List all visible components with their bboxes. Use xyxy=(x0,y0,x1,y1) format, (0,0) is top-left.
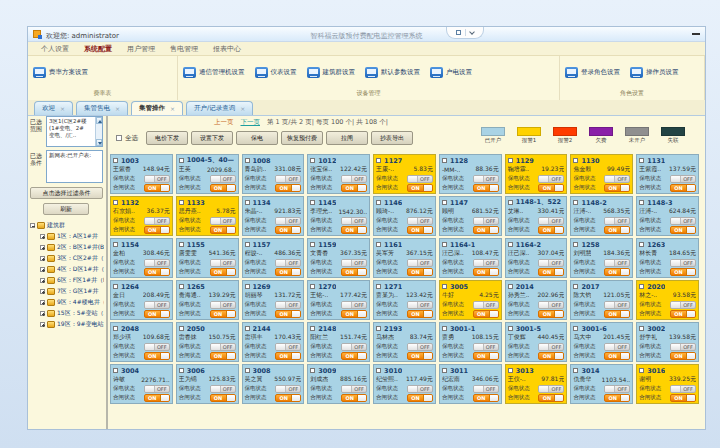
card-checkbox[interactable] xyxy=(508,242,513,247)
power-protect-toggle[interactable]: OFF xyxy=(670,259,696,267)
close-icon[interactable]: × xyxy=(240,105,245,112)
card-checkbox[interactable] xyxy=(376,242,381,247)
card-checkbox[interactable] xyxy=(639,368,644,373)
expand-icon[interactable] xyxy=(40,322,45,327)
power-protect-toggle[interactable]: OFF xyxy=(473,343,499,351)
card-checkbox[interactable] xyxy=(376,158,381,163)
card-checkbox[interactable] xyxy=(639,200,644,205)
switch-state-toggle[interactable]: ON xyxy=(275,268,301,276)
switch-state-toggle[interactable]: ON xyxy=(407,184,433,192)
card-checkbox[interactable] xyxy=(442,242,447,247)
switch-state-toggle[interactable]: ON xyxy=(604,310,630,318)
switch-state-toggle[interactable]: ON xyxy=(670,310,696,318)
power-protect-toggle[interactable]: OFF xyxy=(407,385,433,393)
collapse-icon[interactable] xyxy=(30,223,35,228)
card-checkbox[interactable] xyxy=(179,158,184,163)
power-protect-toggle[interactable]: OFF xyxy=(275,301,301,309)
expand-icon[interactable] xyxy=(40,256,45,261)
card-checkbox[interactable] xyxy=(179,242,184,247)
switch-state-toggle[interactable]: ON xyxy=(210,394,236,402)
power-protect-toggle[interactable]: OFF xyxy=(275,385,301,393)
switch-state-toggle[interactable]: ON xyxy=(538,184,564,192)
card-checkbox[interactable] xyxy=(310,326,315,331)
card-checkbox[interactable] xyxy=(573,158,578,163)
power-protect-toggle[interactable]: OFF xyxy=(604,175,630,183)
switch-state-toggle[interactable]: ON xyxy=(473,226,499,234)
switch-state-toggle[interactable]: ON xyxy=(407,394,433,402)
switch-state-toggle[interactable]: ON xyxy=(341,226,367,234)
expand-icon[interactable] xyxy=(40,311,45,316)
switch-state-toggle[interactable]: ON xyxy=(210,184,236,192)
card-checkbox[interactable] xyxy=(376,200,381,205)
expand-icon[interactable] xyxy=(40,245,45,250)
card-checkbox[interactable] xyxy=(508,284,513,289)
power-protect-toggle[interactable]: OFF xyxy=(473,175,499,183)
card-checkbox[interactable] xyxy=(310,242,315,247)
card-checkbox[interactable] xyxy=(508,158,513,163)
switch-state-toggle[interactable]: ON xyxy=(144,226,170,234)
switch-state-toggle[interactable]: ON xyxy=(604,352,630,360)
tree-root[interactable]: 建筑群 xyxy=(30,220,104,231)
switch-state-toggle[interactable]: ON xyxy=(144,394,170,402)
ribbon-tab-用户管理[interactable]: 用户管理 xyxy=(127,44,155,54)
switch-state-toggle[interactable]: ON xyxy=(144,352,170,360)
card-checkbox[interactable] xyxy=(113,284,118,289)
card-checkbox[interactable] xyxy=(179,200,184,205)
power-protect-toggle[interactable]: OFF xyxy=(604,385,630,393)
switch-state-toggle[interactable]: ON xyxy=(275,310,301,318)
card-checkbox[interactable] xyxy=(442,368,447,373)
card-checkbox[interactable] xyxy=(245,284,250,289)
close-icon[interactable]: × xyxy=(170,105,175,112)
power-protect-toggle[interactable]: OFF xyxy=(473,385,499,393)
power-protect-toggle[interactable]: OFF xyxy=(275,175,301,183)
card-checkbox[interactable] xyxy=(639,158,644,163)
ribbon-button-户电设置[interactable]: 户电设置 xyxy=(430,67,472,78)
card-checkbox[interactable] xyxy=(442,284,447,289)
power-protect-toggle[interactable]: OFF xyxy=(407,301,433,309)
action-button-电价下发[interactable]: 电价下发 xyxy=(146,131,188,145)
power-protect-toggle[interactable]: OFF xyxy=(144,217,170,225)
power-protect-toggle[interactable]: OFF xyxy=(407,175,433,183)
switch-state-toggle[interactable]: ON xyxy=(407,226,433,234)
power-protect-toggle[interactable]: OFF xyxy=(144,259,170,267)
ribbon-button-登录角色设置[interactable]: 登录角色设置 xyxy=(565,67,620,78)
power-protect-toggle[interactable]: OFF xyxy=(341,217,367,225)
ribbon-button-建筑群设置[interactable]: 建筑群设置 xyxy=(307,67,356,78)
power-protect-toggle[interactable]: OFF xyxy=(275,343,301,351)
card-checkbox[interactable] xyxy=(376,326,381,331)
switch-state-toggle[interactable]: ON xyxy=(144,268,170,276)
card-checkbox[interactable] xyxy=(508,368,513,373)
power-protect-toggle[interactable]: OFF xyxy=(604,343,630,351)
switch-state-toggle[interactable]: ON xyxy=(407,268,433,276)
switch-state-toggle[interactable]: ON xyxy=(538,352,564,360)
switch-state-toggle[interactable]: ON xyxy=(538,268,564,276)
power-protect-toggle[interactable]: OFF xyxy=(275,217,301,225)
switch-state-toggle[interactable]: ON xyxy=(275,394,301,402)
power-protect-toggle[interactable]: OFF xyxy=(210,343,236,351)
power-protect-toggle[interactable]: OFF xyxy=(473,259,499,267)
ribbon-tab-系统配置[interactable]: 系统配置 xyxy=(84,44,112,54)
scroll-up-button[interactable] xyxy=(96,117,102,124)
switch-state-toggle[interactable]: ON xyxy=(210,226,236,234)
card-checkbox[interactable] xyxy=(376,284,381,289)
switch-state-toggle[interactable]: ON xyxy=(275,184,301,192)
action-button-抄表导出[interactable]: 抄表导出 xyxy=(371,131,413,145)
tree-node[interactable]: 2区：B区1#井(B区1 xyxy=(30,242,104,253)
card-checkbox[interactable] xyxy=(376,368,381,373)
close-icon[interactable]: × xyxy=(60,105,65,112)
card-checkbox[interactable] xyxy=(508,200,513,205)
switch-state-toggle[interactable]: ON xyxy=(473,352,499,360)
card-checkbox[interactable] xyxy=(573,368,578,373)
power-protect-toggle[interactable]: OFF xyxy=(144,385,170,393)
power-protect-toggle[interactable]: OFF xyxy=(604,217,630,225)
power-protect-toggle[interactable]: OFF xyxy=(275,259,301,267)
selected-range-listbox[interactable]: 3区1(C区2#楼(1#变电、2#变电、/汇.. xyxy=(46,116,103,147)
power-protect-toggle[interactable]: OFF xyxy=(473,301,499,309)
switch-state-toggle[interactable]: ON xyxy=(604,226,630,234)
power-protect-toggle[interactable]: OFF xyxy=(341,385,367,393)
switch-state-toggle[interactable]: ON xyxy=(670,394,696,402)
card-checkbox[interactable] xyxy=(639,242,644,247)
switch-state-toggle[interactable]: ON xyxy=(144,310,170,318)
switch-state-toggle[interactable]: ON xyxy=(670,352,696,360)
power-protect-toggle[interactable]: OFF xyxy=(473,217,499,225)
